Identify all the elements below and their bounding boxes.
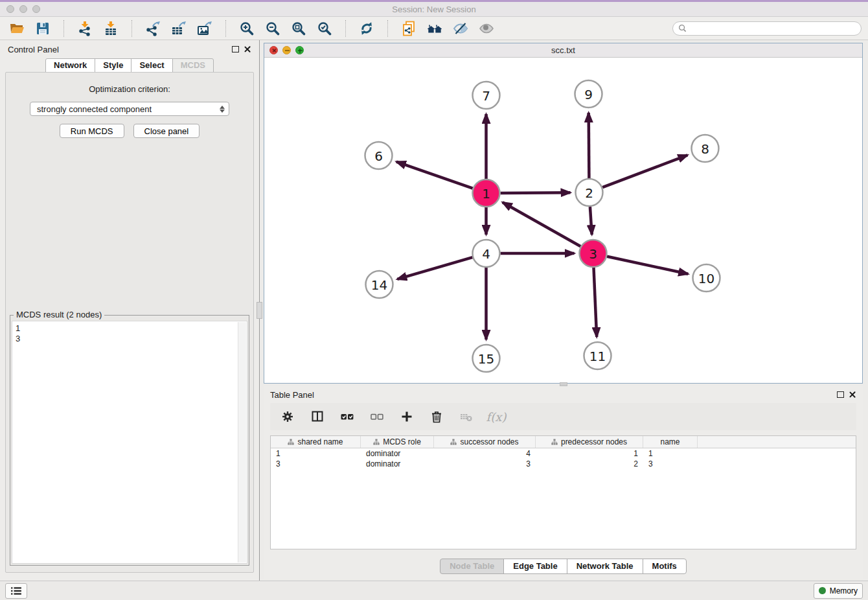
graph-edge-2-8[interactable] (602, 155, 687, 187)
maximize-network-icon[interactable] (295, 46, 304, 54)
column-label: predecessor nodes (561, 437, 627, 446)
panel-splitter-handle[interactable] (257, 302, 262, 319)
criterion-dropdown[interactable]: strongly connected component (30, 102, 229, 116)
column-header-predecessor-nodes[interactable]: predecessor nodes (536, 436, 643, 448)
table-cell[interactable]: 1 (271, 449, 361, 458)
import-table-button[interactable] (100, 19, 121, 38)
window-controls[interactable] (6, 5, 40, 13)
graph-node-2[interactable]: 2 (576, 179, 603, 206)
tab-motifs[interactable]: Motifs (643, 559, 687, 574)
graph-node-8[interactable]: 8 (692, 135, 719, 162)
run-mcds-button[interactable]: Run MCDS (60, 124, 124, 138)
hide-unselected-button[interactable] (450, 19, 471, 38)
list-icon (10, 586, 22, 595)
network-graph[interactable]: 7968124314101511 (264, 58, 862, 383)
graph-node-10[interactable]: 10 (693, 264, 720, 292)
column-header-shared-name[interactable]: shared name (271, 436, 361, 448)
column-header-successor-nodes[interactable]: successor nodes (434, 436, 536, 448)
delete-column-button[interactable] (428, 408, 445, 425)
table-cell[interactable]: 2 (536, 459, 643, 468)
tab-style[interactable]: Style (95, 58, 131, 73)
float-panel-icon[interactable] (232, 46, 239, 52)
graph-node-11[interactable]: 11 (584, 342, 611, 369)
table-options-button[interactable] (279, 408, 296, 425)
table-cell[interactable]: dominator (361, 449, 434, 458)
apply-function-button[interactable]: f(x) (488, 408, 505, 425)
import-table-icon (103, 21, 119, 36)
task-history-button[interactable] (5, 583, 27, 599)
column-visibility-button[interactable] (309, 408, 326, 425)
graph-node-15[interactable]: 15 (473, 345, 500, 372)
graph-edge-4-14[interactable] (397, 257, 472, 279)
tab-network[interactable]: Network (45, 58, 95, 73)
tab-select[interactable]: Select (131, 58, 172, 73)
network-document-button[interactable] (398, 19, 419, 38)
memory-button[interactable]: Memory (814, 583, 863, 599)
column-header-name[interactable]: name (643, 436, 698, 448)
graph-edge-1-6[interactable] (396, 162, 473, 189)
graph-node-1[interactable]: 1 (473, 179, 500, 207)
close-table-panel-icon[interactable] (849, 391, 856, 398)
add-column-button[interactable] (398, 408, 415, 425)
zoom-window-icon[interactable] (32, 5, 40, 13)
table-cell[interactable]: dominator (361, 459, 434, 468)
result-scrollbar[interactable] (238, 322, 246, 562)
table-cell[interactable]: 1 (643, 449, 698, 458)
search-box[interactable] (672, 21, 862, 36)
network-canvas[interactable]: 7968124314101511 (264, 58, 862, 383)
close-panel-button[interactable]: Close panel (133, 124, 200, 138)
tab-edge-table[interactable]: Edge Table (503, 559, 567, 574)
table-cell[interactable]: 3 (271, 459, 361, 468)
graph-node-4[interactable]: 4 (473, 240, 500, 267)
save-session-button[interactable] (32, 19, 53, 38)
graph-edge-3-11[interactable] (594, 268, 597, 337)
tab-network-table[interactable]: Network Table (567, 559, 643, 574)
search-input[interactable] (689, 24, 856, 33)
graph-node-9[interactable]: 9 (575, 80, 602, 108)
minimize-network-icon[interactable] (282, 46, 291, 54)
network-window-controls[interactable] (269, 46, 304, 54)
graph-edge-2-9[interactable] (589, 113, 589, 178)
graph-node-6[interactable]: 6 (365, 142, 393, 169)
graph-edge-1-2[interactable] (501, 192, 571, 193)
close-panel-icon[interactable] (244, 45, 251, 53)
tab-mcds[interactable]: MCDS (172, 58, 214, 73)
delete-table-button[interactable] (458, 408, 475, 425)
zoom-selected-button[interactable] (314, 19, 335, 38)
float-table-panel-icon[interactable] (837, 391, 844, 398)
show-all-button[interactable] (476, 19, 497, 38)
minimize-window-icon[interactable] (19, 5, 27, 13)
close-network-icon[interactable] (269, 46, 278, 54)
mcds-result-area[interactable]: 1 3 (12, 321, 247, 564)
export-image-button[interactable] (194, 19, 215, 38)
table-cell[interactable]: 3 (434, 459, 536, 468)
export-network-button[interactable] (143, 19, 163, 38)
table-cell[interactable]: 3 (643, 459, 698, 468)
select-all-rows-button[interactable] (339, 408, 356, 425)
graph-node-14[interactable]: 14 (366, 271, 393, 298)
graph-edge-3-1[interactable] (503, 202, 581, 246)
close-window-icon[interactable] (6, 5, 14, 13)
network-window-title: scc.txt (551, 45, 575, 55)
tab-node-table[interactable]: Node Table (440, 559, 504, 574)
graph-node-3[interactable]: 3 (580, 240, 607, 267)
graph-edge-2-3[interactable] (590, 207, 592, 235)
zoom-in-button[interactable] (236, 19, 257, 38)
home-layout-button[interactable] (424, 19, 445, 38)
table-row[interactable]: 1dominator411 (271, 448, 856, 459)
table-cell[interactable]: 1 (536, 449, 643, 458)
table-cell[interactable]: 4 (434, 449, 536, 458)
deselect-all-rows-button[interactable] (369, 408, 385, 425)
horizontal-splitter[interactable] (264, 384, 863, 386)
splitter-grip-icon[interactable] (560, 382, 567, 386)
column-header-mcds-role[interactable]: MCDS role (361, 436, 434, 448)
graph-edge-3-10[interactable] (607, 257, 688, 274)
zoom-out-button[interactable] (262, 19, 283, 38)
import-network-button[interactable] (74, 19, 95, 38)
table-row[interactable]: 3dominator323 (271, 459, 856, 469)
graph-node-7[interactable]: 7 (473, 82, 500, 109)
zoom-fit-button[interactable] (288, 19, 309, 38)
open-session-button[interactable] (6, 19, 27, 38)
export-table-button[interactable] (168, 19, 189, 38)
refresh-view-button[interactable] (356, 19, 377, 38)
